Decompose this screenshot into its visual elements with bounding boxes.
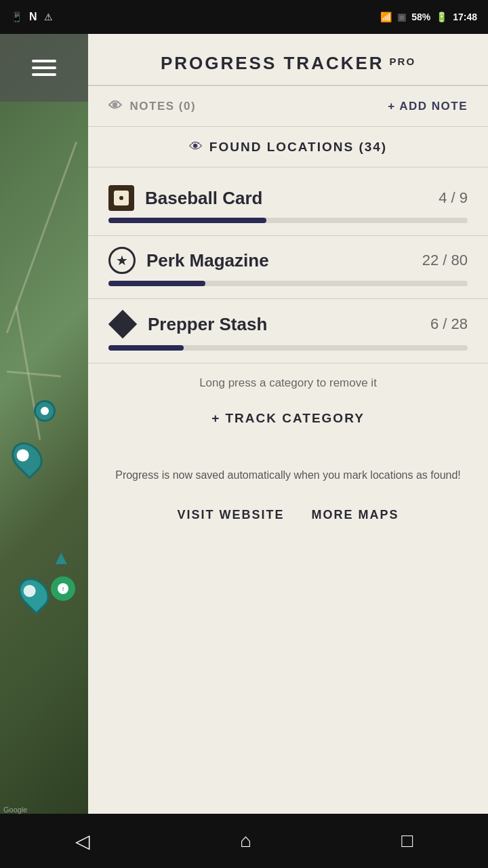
status-bar-right: 📶 ▣ 58% 🔋 17:48: [380, 12, 477, 22]
notes-row: 👁 NOTES (0) + ADD NOTE: [88, 86, 488, 127]
perk-magazine-header: ★ Perk Magazine 22 / 80: [108, 247, 468, 274]
track-category-button[interactable]: + TRACK CATEGORY: [88, 403, 488, 439]
perk-magazine-category[interactable]: ★ Perk Magazine 22 / 80: [88, 236, 488, 299]
n-icon: N: [29, 11, 37, 23]
bottom-buttons: VISIT WEBSITE MORE MAPS: [88, 497, 488, 542]
status-bar-left: 📱 N ⚠: [11, 11, 53, 23]
map-badge: !: [51, 576, 75, 601]
map-pin-3: [34, 400, 56, 422]
map-background: ▶ ! Google: [0, 34, 88, 834]
map-arrow: ▶: [52, 553, 69, 564]
status-bar: 📱 N ⚠ 📶 ▣ 58% 🔋 17:48: [0, 0, 488, 34]
baseball-card-count: 4 / 9: [439, 189, 468, 207]
home-button[interactable]: ⌂: [220, 823, 272, 859]
map-pin-2: [20, 576, 47, 610]
baseball-card-icon: [108, 185, 134, 211]
prepper-stash-header: Prepper Stash 6 / 28: [108, 310, 468, 338]
map-pin-1: [14, 441, 41, 475]
perk-magazine-name: Perk Magazine: [146, 250, 269, 271]
battery-text: 58%: [411, 12, 430, 22]
prepper-stash-category[interactable]: Prepper Stash 6 / 28: [88, 299, 488, 363]
notes-label: 👁 NOTES (0): [108, 98, 196, 114]
menu-icon[interactable]: [32, 60, 56, 76]
prepper-stash-progress-fill: [108, 345, 184, 351]
warning-icon: ⚠: [44, 12, 53, 22]
found-eye-icon: 👁: [189, 139, 203, 155]
found-locations-label: FOUND LOCATIONS (34): [209, 140, 387, 155]
category-list: Baseball Card 4 / 9 ★ Perk Magazine 22 /…: [88, 167, 488, 834]
help-text: Long press a category to remove it: [88, 363, 488, 403]
perk-magazine-progress-bg: [108, 281, 468, 286]
auto-save-notice: Progress is now saved automatically when…: [88, 439, 488, 498]
prepper-stash-left: Prepper Stash: [108, 310, 267, 338]
more-maps-button[interactable]: MORE MAPS: [312, 508, 399, 522]
google-watermark: Google: [3, 806, 27, 814]
prepper-stash-count: 6 / 28: [430, 315, 468, 333]
perk-magazine-left: ★ Perk Magazine: [108, 247, 269, 274]
wifi-icon: 📶: [380, 12, 392, 22]
signal-icon: ▣: [397, 12, 406, 22]
main-panel: PROGRESS TRACKERPRO 👁 NOTES (0) + ADD NO…: [88, 34, 488, 834]
notes-count-label: NOTES (0): [130, 100, 197, 113]
notes-eye-icon: 👁: [108, 98, 123, 114]
app-title: PROGRESS TRACKER: [161, 53, 384, 73]
add-note-button[interactable]: + ADD NOTE: [388, 100, 468, 113]
perk-magazine-icon: ★: [108, 247, 136, 274]
baseball-card-left: Baseball Card: [108, 185, 262, 211]
pro-badge: PRO: [390, 56, 416, 67]
baseball-card-category[interactable]: Baseball Card 4 / 9: [88, 174, 488, 236]
visit-website-button[interactable]: VISIT WEBSITE: [177, 508, 284, 522]
battery-icon: 🔋: [436, 12, 447, 22]
perk-magazine-count: 22 / 80: [422, 252, 468, 269]
baseball-card-progress-fill: [108, 218, 266, 223]
recent-apps-button[interactable]: □: [381, 823, 433, 859]
sidebar-header[interactable]: [0, 34, 88, 102]
prepper-stash-name: Prepper Stash: [148, 314, 267, 335]
time-display: 17:48: [453, 12, 477, 22]
phone-icon: 📱: [11, 12, 22, 22]
back-button[interactable]: ◁: [55, 823, 110, 859]
title-section: PROGRESS TRACKERPRO: [88, 34, 488, 86]
navigation-bar: ◁ ⌂ □: [0, 814, 488, 868]
prepper-stash-icon: [108, 310, 137, 338]
found-locations-row[interactable]: 👁 FOUND LOCATIONS (34): [88, 127, 488, 167]
baseball-card-name: Baseball Card: [145, 188, 262, 209]
baseball-card-progress-bg: [108, 218, 468, 223]
baseball-card-header: Baseball Card 4 / 9: [108, 185, 468, 211]
prepper-stash-progress-bg: [108, 345, 468, 351]
perk-magazine-progress-fill: [108, 281, 205, 286]
